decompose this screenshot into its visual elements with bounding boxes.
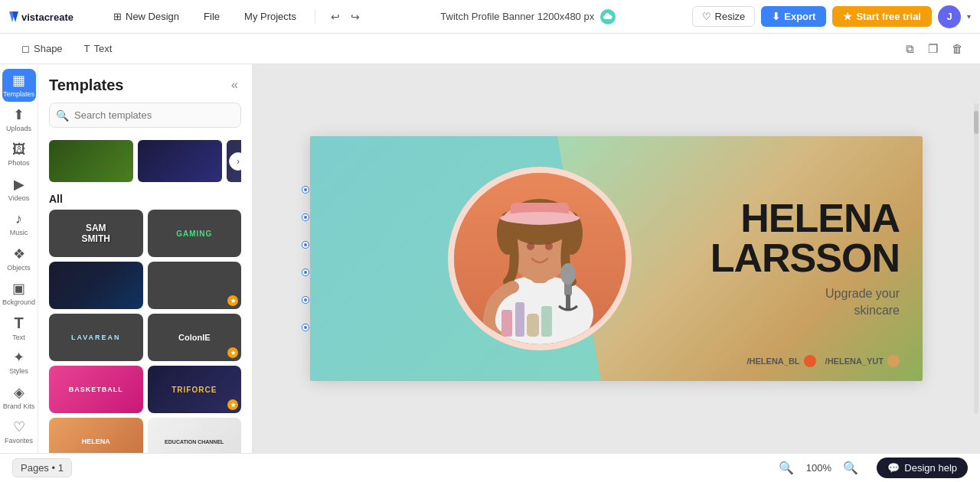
toolbar-right-actions: ⧉ ❐ 🗑	[901, 39, 968, 59]
sidebar-item-objects[interactable]: ❖ Objects	[2, 242, 36, 275]
text-icon: T	[84, 43, 90, 54]
resize-button[interactable]: ♡ Resize	[692, 6, 756, 27]
search-icon: 🔍	[56, 109, 69, 122]
photo-icon: 🖼	[12, 142, 26, 158]
svg-rect-20	[566, 295, 570, 310]
handle-1-text: /HELENA_BL	[747, 357, 800, 366]
carousel-thumb-2[interactable]	[138, 140, 222, 182]
templates-panel: Templates « 🔍 › All SAM SMITH	[38, 64, 253, 453]
zoom-out-button[interactable]: 🔍	[774, 459, 799, 477]
handle-dot	[302, 269, 309, 275]
collapse-panel-button[interactable]: «	[228, 75, 241, 95]
pro-badge-6: ★	[227, 347, 238, 358]
zoom-controls: 🔍 100% 🔍 💬 Design help	[774, 458, 968, 478]
sidebar-item-favorites[interactable]: ♡ Favorites	[2, 415, 36, 448]
zoom-value: 100%	[803, 462, 834, 474]
svg-rect-15	[515, 302, 524, 337]
template-thumb-7[interactable]: BASKETBALL	[49, 366, 143, 413]
file-button[interactable]: File	[196, 7, 227, 26]
delete-button[interactable]: 🗑	[947, 39, 968, 59]
template-thumb-4[interactable]: ★	[148, 262, 242, 309]
panel-title: Templates	[49, 77, 123, 94]
handle-2-text: /HELENA_YUT	[825, 357, 884, 366]
panel-header: Templates «	[38, 64, 252, 103]
chevron-down-icon: ▾	[967, 12, 971, 21]
banner-person	[454, 173, 626, 344]
zoom-in-button[interactable]: 🔍	[838, 459, 863, 477]
template-carousel: ›	[38, 135, 252, 187]
shape-icon: ◻	[21, 43, 30, 54]
template-thumb-8[interactable]: TRIFORCE ★	[148, 366, 242, 413]
template-thumb-9[interactable]: HELENA	[49, 418, 143, 453]
handle-dot	[302, 297, 309, 303]
handle-dot	[302, 324, 309, 331]
copy-button[interactable]: ❐	[923, 39, 942, 59]
handle-1-dot	[804, 355, 816, 367]
sidebar-item-background[interactable]: ▣ Bckground	[2, 277, 36, 310]
template-thumb-10[interactable]: EDUCATION CHANNEL	[148, 418, 242, 453]
start-trial-button[interactable]: ★ Start free trial	[832, 6, 932, 27]
secondary-toolbar: ◻ Shape T Text ⧉ ❐ 🗑	[0, 34, 980, 64]
sidebar-item-brand-kits[interactable]: ◈ Brand Kits	[2, 380, 36, 413]
sidebar-item-uploads[interactable]: ⬆ Uploads	[2, 103, 36, 136]
carousel-row: ›	[49, 140, 241, 182]
text-sidebar-icon: T	[14, 314, 23, 332]
undo-redo-group: ↩ ↪	[326, 8, 364, 26]
styles-icon: ✦	[13, 349, 24, 366]
canvas-scrollbar[interactable]	[974, 103, 978, 414]
brand-kits-icon: ◈	[14, 384, 24, 401]
template-thumb-5[interactable]: LAVAREAN	[49, 314, 143, 361]
all-section-label: All	[38, 187, 252, 210]
sidebar-item-photos[interactable]: 🖼 Photos	[2, 138, 36, 171]
template-thumb-1[interactable]: SAM SMITH	[49, 210, 143, 257]
top-navigation: vistacreate ⊞ New Design File My Project…	[0, 0, 980, 34]
bottom-bar: Pages • 1 🔍 100% 🔍 💬 Design help	[0, 453, 980, 482]
banner-handles: /HELENA_BL /HELENA_YUT	[747, 355, 900, 367]
sidebar-icons: ▦ Templates ⬆ Uploads 🖼 Photos ▶ Videos …	[0, 64, 38, 453]
download-icon: ⬇	[772, 11, 780, 22]
design-help-button[interactable]: 💬 Design help	[877, 458, 968, 478]
cloud-icon	[600, 9, 616, 24]
redo-button[interactable]: ↪	[346, 8, 364, 26]
duplicate-button[interactable]: ⧉	[901, 39, 919, 59]
handle-1: /HELENA_BL	[747, 355, 816, 367]
user-avatar-button[interactable]: J	[938, 5, 961, 28]
nav-separator	[315, 9, 315, 24]
undo-button[interactable]: ↩	[326, 8, 345, 26]
svg-point-19	[560, 263, 576, 285]
handle-dot	[302, 187, 309, 193]
sidebar-item-templates[interactable]: ▦ Templates	[2, 69, 36, 102]
objects-icon: ❖	[13, 246, 25, 262]
sidebar-item-music[interactable]: ♪ Music	[2, 207, 36, 240]
design-canvas[interactable]: HELENA LARSSON Upgrade your skincare /HE…	[310, 136, 923, 381]
document-title: Twitch Profile Banner 1200x480 px	[440, 11, 594, 22]
pages-indicator[interactable]: Pages • 1	[12, 458, 72, 477]
template-thumb-6[interactable]: ColonIE ★	[148, 314, 242, 361]
banner-name: HELENA LARSSON	[710, 198, 900, 278]
nav-right-actions: ♡ Resize ⬇ Export ★ Start free trial J ▾	[692, 5, 971, 28]
favorites-icon: ♡	[13, 418, 25, 435]
svg-point-13	[545, 243, 553, 250]
export-button[interactable]: ⬇ Export	[761, 6, 826, 27]
template-thumb-3[interactable]	[49, 262, 143, 309]
svg-rect-17	[541, 306, 552, 337]
new-design-button[interactable]: ⊞ New Design	[106, 7, 187, 26]
svg-text:vistacreate: vistacreate	[21, 11, 74, 23]
search-input[interactable]	[49, 103, 241, 128]
sidebar-item-styles[interactable]: ✦ Styles	[2, 346, 36, 379]
template-thumb-2[interactable]: GAMING	[148, 210, 242, 257]
text-tool-button[interactable]: T Text	[75, 39, 122, 58]
sidebar-item-videos[interactable]: ▶ Videos	[2, 173, 36, 206]
sidebar-item-text[interactable]: T Text	[2, 311, 36, 344]
music-icon: ♪	[15, 211, 22, 227]
canvas-scrollbar-thumb	[974, 111, 978, 134]
heart-icon: ♡	[702, 11, 711, 22]
app-logo[interactable]: vistacreate	[9, 8, 93, 25]
shape-tool-button[interactable]: ◻ Shape	[12, 39, 72, 58]
zoom-out-icon: 🔍	[779, 461, 794, 474]
carousel-thumb-1[interactable]	[49, 140, 133, 182]
template-search-box: 🔍	[49, 103, 241, 128]
template-grid-container: SAM SMITH GAMING ★	[38, 210, 252, 453]
my-projects-button[interactable]: My Projects	[237, 7, 304, 26]
star-icon: ★	[843, 11, 852, 22]
